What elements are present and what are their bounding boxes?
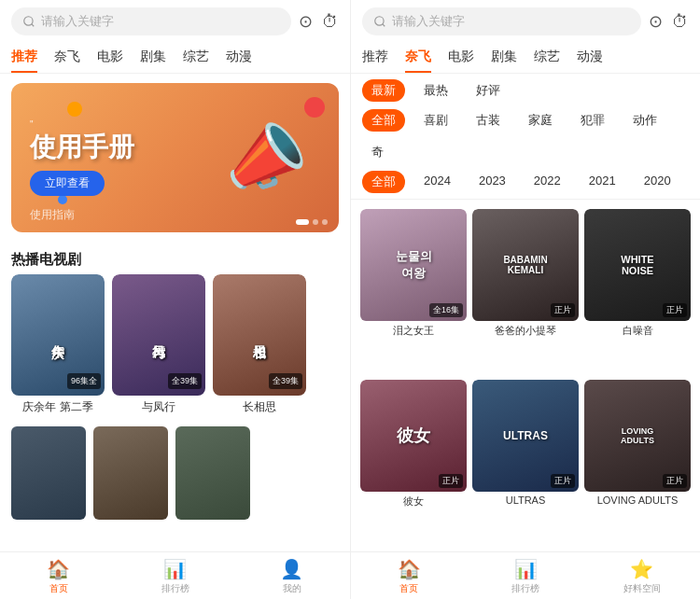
movie-violin[interactable]: BABAMINKEMALI 正片 爸爸的小提琴 (472, 209, 579, 374)
movie-tears-queen[interactable]: 눈물의여왕 全16集 泪之女王 (360, 209, 467, 374)
card-changxiangsi-badge: 全39集 (269, 373, 302, 389)
left-app-panel: 请输入关键字 ⊙ ⏱ 推荐 奈飞 电影 剧集 综艺 动漫 " 使用手册 立即查看 (0, 0, 350, 599)
left-nav-profile[interactable]: 👤 我的 (233, 558, 350, 595)
right-search-actions: ⊙ ⏱ (649, 11, 689, 32)
right-nav-goodcontent[interactable]: ⭐ 好料空间 (583, 558, 700, 595)
left-nav-profile-icon: 👤 (280, 558, 303, 580)
movie-loving-adults-text: LOVINGADULTS (617, 423, 658, 449)
right-filter-all-year[interactable]: 全部 (362, 171, 405, 193)
movie-white-noise-poster: WHITENOISE 正片 (584, 209, 691, 321)
left-tab-recommend[interactable]: 推荐 (11, 43, 37, 73)
right-search-placeholder: 请输入关键字 (392, 13, 465, 30)
left-nav-profile-label: 我的 (283, 582, 301, 595)
left-nav-home[interactable]: 🏠 首页 (0, 558, 117, 595)
left-banner-content: " 使用手册 立即查看 (11, 104, 153, 212)
movie-loving-adults-badge: 正片 (663, 474, 687, 488)
mini-card-1[interactable] (11, 426, 86, 520)
movie-kanojo-poster: 彼女 正片 (360, 380, 467, 492)
left-drama-cards: 庆余年 96集全 庆余年 第二季 与凤行 全39集 与凤行 长相思 全39集 长… (0, 274, 350, 426)
movie-kanojo-badge: 正片 (439, 474, 463, 488)
right-tab-recommend[interactable]: 推荐 (362, 43, 388, 73)
left-tab-series[interactable]: 剧集 (140, 43, 166, 73)
left-tab-netflix[interactable]: 奈飞 (54, 43, 80, 73)
movie-tears-queen-text: 눈물의여왕 (392, 244, 436, 286)
right-nav-home[interactable]: 🏠 首页 (351, 558, 468, 595)
left-banner-quote: " (30, 119, 134, 130)
right-filter-rated[interactable]: 好评 (467, 79, 510, 102)
left-nav-home-icon: 🏠 (47, 558, 70, 580)
right-filter-comedy[interactable]: 喜剧 (414, 109, 457, 132)
svg-line-1 (32, 24, 35, 27)
right-search-input-wrap[interactable]: 请输入关键字 (362, 7, 641, 35)
right-tab-movie[interactable]: 电影 (448, 43, 474, 73)
right-nav-rank[interactable]: 📊 排行榜 (468, 558, 584, 595)
left-history-icon[interactable]: ⏱ (322, 12, 339, 32)
right-nav-tabs: 推荐 奈飞 电影 剧集 综艺 动漫 (351, 43, 700, 74)
movie-white-noise[interactable]: WHITENOISE 正片 白噪音 (584, 209, 691, 374)
left-tab-movie[interactable]: 电影 (97, 43, 123, 73)
left-content: " 使用手册 立即查看 📣 使用指南 热播电视剧 (0, 74, 350, 551)
left-nav-rank[interactable]: 📊 排行榜 (117, 558, 233, 595)
right-filter-2023[interactable]: 2023 (469, 171, 515, 193)
card-yufengxing-title: 与凤行 (112, 396, 205, 415)
card-qingyunian-title: 庆余年 第二季 (11, 396, 105, 415)
card-changxiangsi[interactable]: 长相思 全39集 长相思 (213, 274, 306, 415)
right-search-icon (373, 15, 386, 28)
movie-ultras-poster: ULTRAS 正片 (472, 380, 579, 492)
right-filter-2024[interactable]: 2024 (414, 171, 460, 193)
movie-loving-adults-poster: LOVINGADULTS 正片 (584, 380, 691, 492)
movie-tears-queen-title: 泪之女王 (360, 321, 467, 338)
movie-violin-title: 爸爸的小提琴 (472, 321, 579, 338)
right-nav-goodcontent-icon: ⭐ (630, 558, 653, 580)
movie-white-noise-title: 白噪音 (584, 321, 691, 338)
right-nav-home-label: 首页 (399, 582, 418, 595)
left-banner-title: 使用手册 (30, 133, 134, 162)
right-tab-netflix[interactable]: 奈飞 (405, 43, 431, 73)
movie-kanojo[interactable]: 彼女 正片 彼女 (360, 380, 467, 545)
right-tab-anime[interactable]: 动漫 (577, 43, 603, 73)
right-filter-2021[interactable]: 2021 (580, 171, 625, 193)
left-nav-tabs: 推荐 奈飞 电影 剧集 综艺 动漫 (0, 43, 350, 74)
right-filter-family[interactable]: 家庭 (519, 109, 562, 132)
right-filter-action[interactable]: 动作 (623, 109, 666, 132)
right-filter-more[interactable]: 奇 (362, 141, 393, 163)
right-filter-2020[interactable]: 2020 (635, 171, 680, 193)
left-search-bar: 请输入关键字 ⊙ ⏱ (0, 0, 350, 43)
left-section-title: 热播电视剧 (0, 242, 350, 274)
right-history-icon[interactable]: ⏱ (672, 12, 689, 32)
card-qingyunian-badge: 96集全 (67, 373, 101, 389)
mini-card-2[interactable] (93, 426, 168, 520)
right-download-icon[interactable]: ⊙ (649, 11, 663, 32)
card-changxiangsi-title: 长相思 (213, 396, 306, 415)
right-filter-2022[interactable]: 2022 (525, 171, 570, 193)
movie-loving-adults[interactable]: LOVINGADULTS 正片 LOVING ADULTS (584, 380, 691, 545)
right-nav-home-icon: 🏠 (398, 558, 421, 580)
left-download-icon[interactable]: ⊙ (299, 11, 313, 32)
left-search-placeholder: 请输入关键字 (41, 13, 114, 30)
right-tab-series[interactable]: 剧集 (491, 43, 517, 73)
left-tab-variety[interactable]: 综艺 (183, 43, 209, 73)
movie-ultras[interactable]: ULTRAS 正片 ULTRAS (472, 380, 579, 545)
movie-loving-adults-title: LOVING ADULTS (584, 492, 691, 506)
movie-ultras-title: ULTRAS (472, 492, 579, 506)
right-filter-costume[interactable]: 古装 (467, 109, 510, 132)
movie-violin-text: BABAMINKEMALI (499, 251, 551, 279)
left-banner[interactable]: " 使用手册 立即查看 📣 使用指南 (11, 83, 339, 232)
right-filter-hottest[interactable]: 最热 (414, 79, 457, 102)
card-yufengxing[interactable]: 与凤行 全39集 与凤行 (112, 274, 205, 415)
mini-card-1-img (11, 426, 86, 520)
card-qingyunian[interactable]: 庆余年 96集全 庆余年 第二季 (11, 274, 105, 415)
right-tab-variety[interactable]: 综艺 (534, 43, 560, 73)
mini-card-3[interactable] (175, 426, 250, 520)
megaphone-icon: 📣 (214, 108, 315, 206)
movie-kanojo-text: 彼女 (393, 421, 434, 451)
right-filter-row2: 全部 喜剧 古装 家庭 犯罪 动作 奇 (351, 105, 700, 167)
right-filter-newest[interactable]: 最新 (362, 79, 405, 102)
right-filter-crime[interactable]: 犯罪 (571, 109, 614, 132)
left-tab-anime[interactable]: 动漫 (226, 43, 252, 73)
right-filter-all-genre[interactable]: 全部 (362, 109, 405, 132)
movie-tears-queen-poster: 눈물의여왕 全16集 (360, 209, 467, 321)
left-banner-button[interactable]: 立即查看 (30, 171, 105, 196)
left-search-input-wrap[interactable]: 请输入关键字 (11, 7, 291, 35)
movie-violin-poster: BABAMINKEMALI 正片 (472, 209, 579, 321)
